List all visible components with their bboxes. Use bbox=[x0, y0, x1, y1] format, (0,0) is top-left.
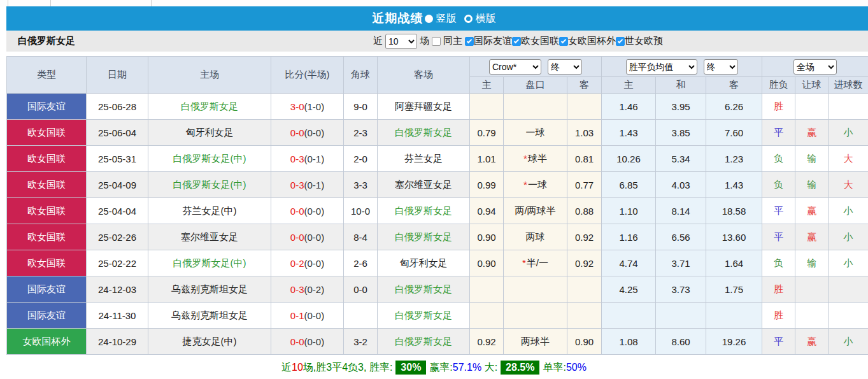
away-team: 白俄罗斯女足 bbox=[378, 198, 470, 224]
col-header-date: 日期 bbox=[87, 57, 148, 94]
avg-home: 1.46 bbox=[602, 94, 656, 120]
outcome: 平 bbox=[762, 198, 795, 224]
match-row: 欧女国联25-02-22白俄罗斯女足(中)0-2(0-0)2-6匈牙利女足0.9… bbox=[7, 250, 868, 276]
team-name: 白俄罗斯女足 bbox=[18, 35, 75, 47]
goals-result bbox=[829, 276, 868, 303]
corners: 10-0 bbox=[344, 198, 378, 224]
avg-away: 19.26 bbox=[706, 329, 762, 355]
match-date: 25-05-31 bbox=[87, 146, 148, 172]
score: 0-0(0-0) bbox=[271, 329, 344, 355]
avg-home: 4.74 bbox=[602, 250, 656, 276]
summary-bar: 近10场,胜3平4负3, 胜率:30%赢率:57.1% 大:28.5%单率:50… bbox=[0, 355, 868, 379]
avg-away: 1.23 bbox=[706, 146, 762, 172]
match-row: 女欧国杯外24-10-29捷克女足(中)0-0(0-0)3-2白俄罗斯女足0.9… bbox=[7, 329, 868, 355]
corners: 2-0 bbox=[344, 146, 378, 172]
same-home-label: 同主 bbox=[443, 35, 462, 47]
handicap-result: 输 bbox=[795, 146, 829, 172]
competition-type-badge: 欧女国联 bbox=[7, 120, 87, 146]
filters: 近 10 场 同主 国际友谊欧女国联女欧国杯外世女欧预 bbox=[373, 34, 663, 49]
league-checkbox[interactable] bbox=[559, 37, 568, 46]
col-header-home: 主场 bbox=[148, 57, 271, 94]
goals-result bbox=[829, 303, 868, 329]
summary-text: 单率: bbox=[543, 361, 566, 375]
avg-away: 1.75 bbox=[706, 276, 762, 303]
league-checkbox[interactable] bbox=[465, 37, 474, 46]
handicap: *一球 bbox=[504, 172, 567, 198]
sub-col-header: 客 bbox=[567, 77, 602, 94]
odds-home: 0.79 bbox=[470, 120, 504, 146]
score: 0-0(0-0) bbox=[271, 198, 344, 224]
near-count-select[interactable]: 10 bbox=[385, 34, 417, 49]
match-date: 25-04-09 bbox=[87, 172, 148, 198]
handicap-result: 输 bbox=[795, 172, 829, 198]
competition-type-badge: 欧女国联 bbox=[7, 198, 87, 224]
handicap: 两球 bbox=[504, 224, 567, 250]
match-date: 24-11-30 bbox=[87, 303, 148, 329]
bookmaker-select[interactable]: Crow* bbox=[489, 59, 541, 75]
outcome: 胜 bbox=[762, 94, 795, 120]
odds-home bbox=[470, 303, 504, 329]
home-team: 芬兰女足(中) bbox=[148, 198, 271, 224]
handicap-result bbox=[795, 276, 829, 303]
score: 0-2(0-0) bbox=[271, 250, 344, 276]
bookmaker-state-select[interactable]: 终 bbox=[548, 59, 582, 75]
goals-result: 大 bbox=[829, 146, 868, 172]
avg-home bbox=[602, 303, 656, 329]
avg-draw: 6.56 bbox=[656, 224, 706, 250]
sub-col-header: 胜负 bbox=[762, 77, 795, 94]
odds-home: 0.92 bbox=[470, 329, 504, 355]
goals-result: 小 bbox=[829, 198, 868, 224]
score: 0-3(0-1) bbox=[271, 172, 344, 198]
league-checkbox[interactable] bbox=[616, 37, 625, 46]
avg-select[interactable]: 胜平负均值 bbox=[626, 59, 697, 75]
avg-away: 6.26 bbox=[706, 94, 762, 120]
matches-label: 场 bbox=[420, 35, 429, 47]
avg-draw: 5.34 bbox=[656, 146, 706, 172]
sub-col-header: 让球 bbox=[795, 77, 829, 94]
home-team: 白俄罗斯女足(中) bbox=[148, 250, 271, 276]
vertical-layout-radio[interactable] bbox=[425, 15, 433, 23]
page-title: 近期战绩 bbox=[373, 10, 423, 27]
competition-type-badge: 欧女国联 bbox=[7, 224, 87, 250]
score: 3-0(1-0) bbox=[271, 94, 344, 120]
competition-type-badge: 国际友谊 bbox=[7, 276, 87, 303]
odds-away bbox=[567, 303, 602, 329]
odds-home: 0.94 bbox=[470, 198, 504, 224]
corners: 9-0 bbox=[344, 94, 378, 120]
home-team: 白俄罗斯女足(中) bbox=[148, 146, 271, 172]
match-date: 25-02-22 bbox=[87, 250, 148, 276]
same-home-checkbox[interactable] bbox=[432, 37, 441, 46]
odds-home: 1.01 bbox=[470, 146, 504, 172]
corners: 8-4 bbox=[344, 224, 378, 250]
odds-away: 0.92 bbox=[567, 250, 602, 276]
avg-home: 10.26 bbox=[602, 146, 656, 172]
avg-home: 1.16 bbox=[602, 224, 656, 250]
league-checkbox-label: 国际友谊 bbox=[474, 35, 512, 47]
handicap: 一球 bbox=[504, 120, 567, 146]
summary-badge: 30% bbox=[395, 361, 426, 375]
scope-select[interactable]: 全场 bbox=[793, 59, 837, 75]
sub-col-header: 主 bbox=[470, 77, 504, 94]
avg-away: 13.60 bbox=[706, 224, 762, 250]
away-team: 白俄罗斯女足 bbox=[378, 329, 470, 355]
outcome: 胜 bbox=[762, 303, 795, 329]
league-checkbox[interactable] bbox=[512, 37, 521, 46]
page-top-strip bbox=[0, 0, 868, 6]
competition-type-badge: 欧女国联 bbox=[7, 172, 87, 198]
goals-result bbox=[829, 94, 868, 120]
horizontal-layout-radio[interactable] bbox=[464, 15, 473, 23]
avg-state-select[interactable]: 终 bbox=[704, 59, 738, 75]
match-row: 国际友谊25-06-28白俄罗斯女足3-0(1-0)9-0阿塞拜疆女足1.463… bbox=[7, 94, 868, 120]
summary-text: 近 bbox=[281, 361, 292, 375]
sub-col-header: 进球数 bbox=[829, 77, 868, 94]
outcome: 负 bbox=[762, 250, 795, 276]
handicap-result: 赢 bbox=[795, 120, 829, 146]
match-date: 24-12-03 bbox=[87, 276, 148, 303]
home-team: 白俄罗斯女足(中) bbox=[148, 172, 271, 198]
outcome: 胜 bbox=[762, 276, 795, 303]
col-header-corners: 角球 bbox=[344, 57, 378, 94]
corners: 2-6 bbox=[344, 250, 378, 276]
summary-text: 大: bbox=[481, 361, 497, 375]
avg-away bbox=[706, 303, 762, 329]
league-checkbox-label: 欧女国联 bbox=[521, 35, 559, 47]
